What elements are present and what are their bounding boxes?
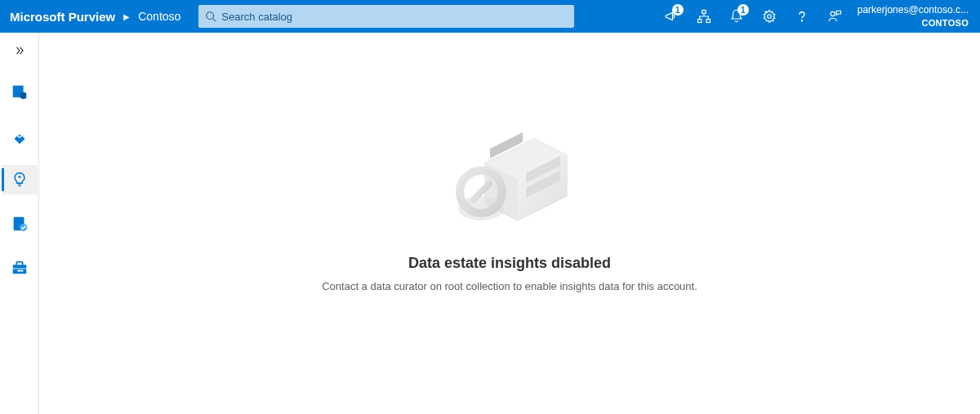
help-icon bbox=[795, 9, 809, 24]
main-content: Data estate insights disabled Contact a … bbox=[39, 33, 980, 414]
chevron-right-icon: ▶ bbox=[123, 12, 130, 21]
toolbox-icon bbox=[11, 259, 29, 277]
catalog-icon bbox=[11, 82, 29, 100]
lightbulb-icon bbox=[11, 171, 28, 188]
diagnostics-badge: 1 bbox=[672, 4, 684, 16]
breadcrumb: Microsoft Purview ▶ Contoso bbox=[0, 10, 190, 24]
nav-data-catalog[interactable] bbox=[2, 77, 38, 106]
sidebar-expand-button[interactable] bbox=[0, 39, 38, 62]
breadcrumb-account[interactable]: Contoso bbox=[138, 10, 180, 23]
empty-state-title: Data estate insights disabled bbox=[408, 255, 611, 272]
nav-management[interactable] bbox=[2, 253, 38, 283]
header-actions: 1 1 parkerjones@contoso.c... CONTOSO bbox=[655, 0, 980, 33]
svg-rect-3 bbox=[697, 20, 702, 23]
nav-data-policy[interactable] bbox=[2, 209, 38, 238]
svg-point-14 bbox=[18, 135, 20, 137]
user-email: parkerjones@contoso.c... bbox=[858, 4, 969, 17]
data-map-icon bbox=[11, 127, 29, 145]
svg-point-6 bbox=[801, 20, 802, 21]
svg-line-1 bbox=[213, 19, 216, 22]
notifications-button[interactable]: 1 bbox=[720, 0, 753, 33]
diagnostics-button[interactable]: 1 bbox=[655, 0, 688, 33]
empty-state-description: Contact a data curator on root collectio… bbox=[322, 280, 697, 292]
svg-point-0 bbox=[207, 12, 214, 20]
sitemap-icon bbox=[697, 9, 711, 24]
search-icon bbox=[205, 11, 216, 22]
brand-name[interactable]: Microsoft Purview bbox=[10, 10, 115, 24]
gear-icon bbox=[762, 9, 777, 24]
svg-rect-19 bbox=[17, 270, 23, 272]
nav-data-estate-insights[interactable] bbox=[2, 165, 38, 194]
settings-button[interactable] bbox=[753, 0, 786, 33]
sitemap-button[interactable] bbox=[688, 0, 720, 33]
svg-point-7 bbox=[831, 11, 835, 16]
svg-point-5 bbox=[768, 15, 772, 19]
sidebar bbox=[0, 33, 39, 414]
empty-state-illustration bbox=[440, 122, 579, 240]
svg-rect-17 bbox=[12, 265, 26, 274]
search-input[interactable] bbox=[221, 11, 568, 23]
svg-point-11 bbox=[20, 96, 25, 100]
feedback-button[interactable] bbox=[818, 0, 851, 33]
user-org: CONTOSO bbox=[858, 17, 969, 29]
svg-rect-4 bbox=[706, 20, 710, 23]
notifications-badge: 1 bbox=[737, 4, 749, 16]
person-feedback-icon bbox=[827, 9, 842, 24]
policy-icon bbox=[11, 215, 29, 233]
help-button[interactable] bbox=[786, 0, 818, 33]
search-box[interactable] bbox=[198, 5, 574, 28]
nav-data-map[interactable] bbox=[2, 121, 38, 150]
app-header: Microsoft Purview ▶ Contoso 1 1 bbox=[0, 0, 980, 33]
app-body: Data estate insights disabled Contact a … bbox=[0, 33, 980, 414]
svg-rect-18 bbox=[12, 268, 26, 269]
search-container bbox=[198, 5, 574, 28]
svg-rect-2 bbox=[702, 11, 706, 14]
chevron-double-right-icon bbox=[14, 45, 25, 56]
user-account[interactable]: parkerjones@contoso.c... CONTOSO bbox=[851, 4, 980, 29]
